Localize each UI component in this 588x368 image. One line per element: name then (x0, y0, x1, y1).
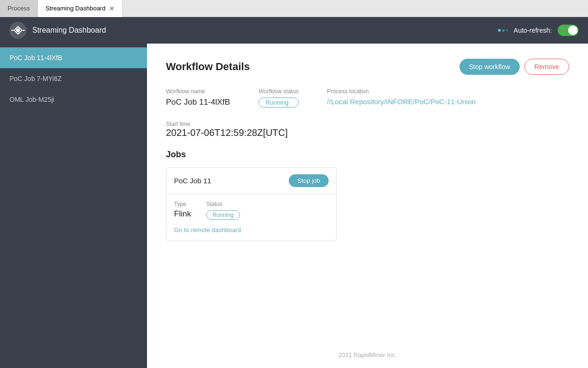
job-status-label: Status (206, 201, 240, 207)
workflow-actions: Stop workflow Remove (459, 59, 569, 75)
job-card: PoC Job 11 Stop job Type Flink Status Ru… (166, 167, 337, 241)
tab-streaming-dashboard[interactable]: Streaming Dashboard ✕ (37, 0, 123, 17)
auto-refresh-label: Auto-refresh: (514, 27, 552, 34)
header-bar: Streaming Dashboard Auto-refresh: (0, 17, 588, 44)
header-left: Streaming Dashboard (9, 22, 106, 39)
auto-refresh-toggle[interactable] (558, 25, 579, 36)
header-right: Auto-refresh: (498, 25, 579, 36)
workflow-name-value: PoC Job 11-4lXfB (166, 98, 230, 107)
remote-dashboard-link[interactable]: Go to remote dashboard (174, 226, 241, 233)
start-time-value: 2021-07-06T12:59:28Z[UTC] (166, 127, 569, 138)
remove-button[interactable]: Remove (524, 59, 569, 75)
jobs-title: Jobs (166, 150, 569, 160)
app-logo (9, 22, 27, 39)
job-type-col: Type Flink (174, 201, 191, 220)
sidebar-item-oml-job[interactable]: OML Job-M25ji (0, 89, 147, 110)
sidebar: PoC Job 11-4lXfB PoC Job 7-MYi6Z OML Job… (0, 44, 147, 368)
job-meta-row: Type Flink Status Running (174, 201, 329, 220)
sidebar-item-poc-job-11[interactable]: PoC Job 11-4lXfB (0, 47, 147, 68)
process-location-label: Process location (327, 88, 476, 95)
workflow-header: Workflow Details Stop workflow Remove (166, 59, 569, 75)
workflow-details-title: Workflow Details (166, 61, 250, 73)
workflow-name-label: Worfklow name (166, 88, 230, 95)
jobs-section: Jobs PoC Job 11 Stop job Type Flink Stat… (166, 150, 569, 241)
tab-bar: Process Streaming Dashboard ✕ (0, 0, 588, 17)
connection-dots-icon (498, 29, 508, 32)
tab-process[interactable]: Process (0, 0, 37, 17)
workflow-status-badge: Running (258, 98, 298, 108)
stop-workflow-button[interactable]: Stop workflow (459, 59, 520, 75)
start-time-label: Start time (166, 121, 569, 127)
job-type-label: Type (174, 201, 191, 207)
workflow-process-col: Process location //Local Repository/INFO… (327, 88, 476, 106)
footer-text: 2021 RapidMiner Inc. (338, 351, 397, 359)
job-status-col: Status Running (206, 201, 240, 220)
job-status-badge: Running (206, 210, 240, 220)
job-type-value: Flink (174, 209, 191, 219)
footer: 2021 RapidMiner Inc. (147, 342, 588, 368)
job-card-body: Type Flink Status Running Go to remote d… (166, 194, 336, 241)
content-area: Workflow Details Stop workflow Remove Wo… (147, 44, 588, 368)
main-layout: PoC Job 11-4lXfB PoC Job 7-MYi6Z OML Job… (0, 44, 588, 368)
workflow-info-row: Worfklow name PoC Job 11-4lXfB Worfklow … (166, 88, 569, 108)
workflow-status-label: Worfklow status (258, 88, 298, 95)
workflow-name-col: Worfklow name PoC Job 11-4lXfB (166, 88, 230, 107)
stop-job-button[interactable]: Stop job (289, 174, 329, 187)
close-tab-icon[interactable]: ✕ (109, 5, 115, 12)
header-title: Streaming Dashboard (32, 26, 106, 35)
workflow-status-col: Worfklow status Running (258, 88, 298, 108)
start-time-section: Start time 2021-07-06T12:59:28Z[UTC] (166, 121, 569, 138)
job-card-header: PoC Job 11 Stop job (166, 168, 336, 194)
svg-point-1 (16, 28, 20, 32)
process-location-link[interactable]: //Local Repository/INFORE/PoC/PoC-11-Uni… (327, 98, 476, 106)
sidebar-item-poc-job-7[interactable]: PoC Job 7-MYi6Z (0, 68, 147, 89)
job-name: PoC Job 11 (174, 177, 211, 185)
workflow-info: Worfklow name PoC Job 11-4lXfB Worfklow … (166, 88, 569, 108)
